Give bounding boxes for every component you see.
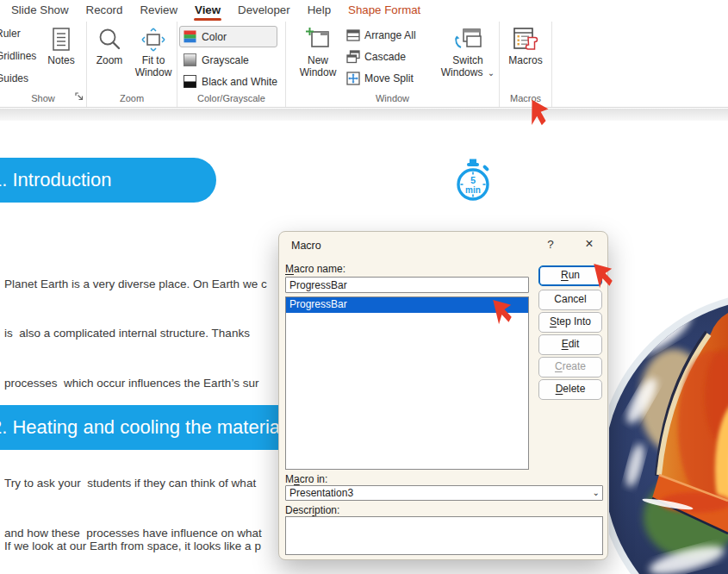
edit-button[interactable]: Edit: [538, 334, 602, 355]
ribbon-empty-space: [552, 22, 728, 107]
step-into-button[interactable]: Step Into: [538, 312, 602, 333]
arrange-all-button[interactable]: Arrange All: [346, 27, 416, 44]
macro-dialog: Macro ? × Macro name: ProgressBar Run Ca…: [278, 231, 608, 560]
fit-to-window-label-line2: Window: [135, 67, 172, 79]
tab-view[interactable]: View: [186, 0, 229, 22]
switch-windows-label-line1: Switch: [452, 55, 482, 67]
fit-to-window-icon: [140, 24, 166, 55]
zoom-button[interactable]: Zoom: [90, 24, 129, 67]
color-label: Color: [202, 31, 227, 43]
color-icon: [184, 30, 197, 44]
move-split-icon: [346, 72, 360, 85]
grayscale-label: Grayscale: [202, 54, 249, 66]
show-group-label: Show: [0, 92, 86, 106]
ribbon-group-colorgray: Color Grayscale Black and White Color/Gr…: [177, 22, 286, 107]
tab-review[interactable]: Review: [131, 0, 186, 22]
macro-in-dropdown[interactable]: Presentation3 ⌄: [285, 485, 603, 501]
black-and-white-icon: [184, 75, 197, 89]
window-group-label: Window: [286, 92, 499, 106]
zoom-label: Zoom: [96, 55, 123, 67]
create-button[interactable]: Create: [538, 357, 602, 377]
ribbon-group-show: Ruler Gridlines Guides Notes Show: [0, 22, 87, 107]
dialog-help-icon[interactable]: ?: [543, 238, 558, 251]
timer-5min-icon: 5 min: [453, 158, 493, 209]
earth-cutaway-image: [609, 297, 728, 574]
ribbon-group-macros: Macros Macros: [500, 22, 552, 107]
black-and-white-button[interactable]: Black and White: [184, 72, 277, 90]
gridlines-checkbox[interactable]: Gridlines: [0, 50, 36, 62]
cascade-label: Cascade: [364, 51, 406, 63]
dialog-title: Macro: [291, 240, 321, 252]
fit-to-window-button[interactable]: Fit to Window: [132, 24, 175, 78]
macros-button[interactable]: Macros: [502, 24, 549, 67]
macro-name-input[interactable]: [285, 277, 529, 293]
cascade-icon: [346, 50, 360, 64]
notes-button[interactable]: Notes: [43, 24, 79, 67]
grayscale-icon: [184, 53, 197, 67]
move-split-label: Move Split: [364, 72, 414, 84]
ribbon-group-zoom: Zoom Fit to Window Zoom: [87, 22, 177, 107]
notes-label: Notes: [47, 55, 74, 67]
cascade-button[interactable]: Cascade: [346, 48, 416, 66]
color-button[interactable]: Color: [179, 26, 277, 47]
zoom-group-label: Zoom: [87, 92, 177, 106]
description-label: Description:: [285, 504, 339, 516]
cancel-button[interactable]: Cancel: [538, 290, 602, 310]
tab-shape-format[interactable]: Shape Format: [339, 0, 429, 22]
macro-in-label: Macro in:: [285, 473, 327, 485]
description-box[interactable]: [285, 516, 603, 555]
timer-unit: min: [465, 185, 481, 195]
colorgray-group-label: Color/Grayscale: [177, 92, 285, 106]
para1-line: Try to ask your students if they can thi…: [4, 475, 267, 491]
new-window-label-line1: New: [308, 55, 328, 67]
show-checkbox-column: Ruler Gridlines Guides: [0, 28, 36, 95]
tab-slide-show[interactable]: Slide Show: [3, 0, 78, 22]
annotation-arrow-list-item: [492, 299, 513, 328]
tab-help[interactable]: Help: [299, 0, 339, 22]
arrange-all-icon: [346, 28, 360, 42]
grayscale-button[interactable]: Grayscale: [184, 51, 277, 69]
guides-checkbox[interactable]: Guides: [0, 72, 36, 84]
para1-line: processes which occur influences the Ear…: [4, 375, 267, 391]
timer-value: 5: [470, 175, 476, 185]
macro-in-value: Presentation3: [289, 487, 353, 499]
switch-windows-button[interactable]: Switch Windows ⌄: [439, 24, 496, 78]
delete-button[interactable]: Delete: [538, 379, 602, 400]
show-dialog-launcher-icon[interactable]: [75, 89, 84, 104]
arrange-all-label: Arrange All: [364, 29, 416, 41]
black-and-white-label: Black and White: [202, 76, 277, 88]
switch-windows-chevron-icon: ⌄: [488, 68, 495, 78]
ribbon-bottom-band: [0, 109, 728, 121]
switch-windows-icon: [454, 24, 482, 55]
ruler-checkbox[interactable]: Ruler: [0, 28, 36, 40]
para1-line: Planet Earth is a very diverse place. On…: [4, 276, 267, 292]
annotation-arrow-run: [593, 263, 613, 292]
macros-icon: [512, 24, 539, 55]
dropdown-chevron-icon[interactable]: ⌄: [593, 486, 600, 500]
macro-name-label: Macro name:: [285, 263, 345, 275]
notes-icon: [50, 24, 72, 55]
ribbon-group-window: New Window Arrange All Cascade Move Sp: [286, 22, 500, 107]
tab-developer[interactable]: Developer: [229, 0, 299, 22]
macros-label: Macros: [508, 55, 542, 67]
dialog-close-icon[interactable]: ×: [581, 236, 598, 252]
slide-heading-introduction: 1. Introduction: [0, 158, 216, 203]
tab-record[interactable]: Record: [78, 0, 132, 22]
ribbon: Ruler Gridlines Guides Notes Show Zoom F: [0, 22, 728, 108]
para1-line: is also a complicated internal structure…: [4, 325, 267, 341]
move-split-button[interactable]: Move Split: [346, 70, 416, 87]
new-window-button[interactable]: New Window: [295, 24, 341, 78]
new-window-label-line2: Window: [300, 67, 337, 79]
new-window-icon: [305, 24, 331, 55]
menu-bar: Slide Show Record Review View Developer …: [0, 0, 728, 22]
switch-windows-label-line2: Windows ⌄: [441, 67, 495, 79]
zoom-icon: [96, 24, 122, 55]
fit-to-window-label-line1: Fit to: [142, 55, 165, 67]
